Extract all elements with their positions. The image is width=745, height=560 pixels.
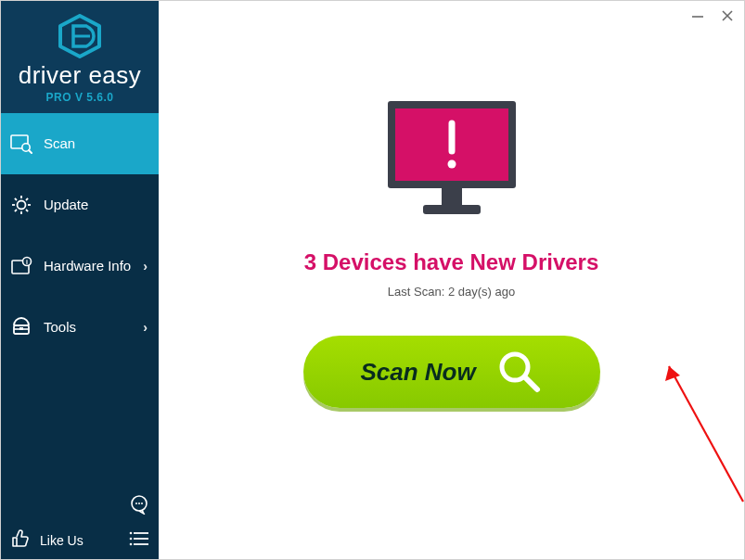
svg-rect-35 [442,188,462,205]
thumbs-up-icon [10,528,31,553]
toolbox-icon [10,317,32,337]
sidebar-item-label: Hardware Info [44,258,132,274]
sidebar-item-label: Update [44,197,151,212]
sidebar: driver easy PRO V 5.6.0 Scan Update i [1,1,159,559]
main-panel: 3 Devices have New Drivers Last Scan: 2 … [159,1,744,559]
svg-line-12 [15,210,17,211]
svg-rect-19 [19,327,23,330]
feedback-icon[interactable] [129,494,149,518]
chevron-right-icon: › [143,320,148,335]
svg-rect-36 [423,205,481,214]
like-us-label: Like Us [40,533,83,548]
app-window: driver easy PRO V 5.6.0 Scan Update i [0,0,745,560]
scan-now-button[interactable]: Scan Now [303,336,600,408]
svg-line-11 [26,210,28,211]
svg-point-23 [141,503,143,504]
hwinfo-icon: i [10,256,32,276]
svg-point-29 [130,543,133,546]
scan-headline: 3 Devices have New Drivers [304,249,599,275]
sidebar-item-scan[interactable]: Scan [1,113,159,174]
sidebar-item-label: Scan [44,135,151,151]
like-us-button[interactable]: Like Us [1,522,129,559]
brand-header: driver easy PRO V 5.6.0 [1,1,159,113]
svg-point-38 [447,160,456,169]
svg-line-13 [26,197,28,199]
sidebar-item-tools[interactable]: Tools › [1,297,159,358]
svg-point-27 [130,538,133,541]
svg-point-22 [138,503,140,504]
chevron-right-icon: › [143,259,148,274]
last-scan-label: Last Scan: 2 day(s) ago [388,285,515,299]
svg-text:i: i [26,259,28,265]
minimize-button[interactable] [688,6,707,25]
scan-now-label: Scan Now [360,358,475,387]
svg-point-21 [135,503,137,504]
window-controls [688,6,737,25]
sidebar-item-label: Tools [44,319,132,335]
brand-name: driver easy [1,62,159,89]
gear-icon [10,195,32,215]
scan-content: 3 Devices have New Drivers Last Scan: 2 … [159,1,744,408]
menu-icon[interactable] [129,524,159,559]
scan-icon [10,134,32,154]
svg-line-40 [525,377,537,389]
svg-point-5 [18,200,26,209]
sidebar-item-hardware-info[interactable]: i Hardware Info › [1,235,159,297]
monitor-alert-icon [382,97,521,223]
search-icon [495,347,543,398]
close-button[interactable] [718,6,737,25]
logo-icon [57,14,103,58]
sidebar-item-update[interactable]: Update [1,174,159,235]
sidebar-bottom: Like Us [1,522,159,559]
svg-line-4 [29,150,32,153]
sidebar-nav: Scan Update i Hardware Info › Tools [1,113,159,494]
brand-version: PRO V 5.6.0 [1,91,159,104]
svg-point-25 [130,532,133,535]
svg-line-10 [15,197,17,199]
